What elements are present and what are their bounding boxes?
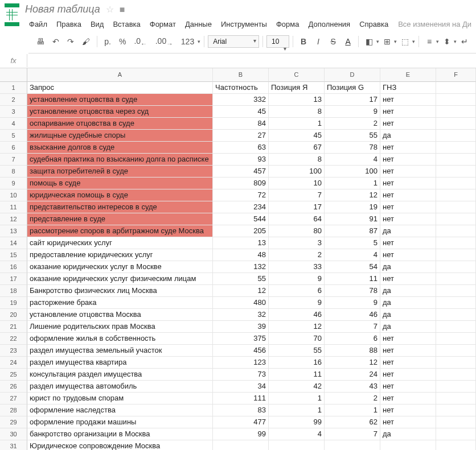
cell[interactable]: Частотность [213,82,269,94]
strikethrough-button[interactable]: S [326,35,340,48]
cell[interactable] [436,82,476,94]
chevron-down-icon[interactable]: ▾ [436,39,439,44]
cell[interactable]: 45 [213,106,269,118]
cell[interactable]: 544 [213,213,269,225]
cell[interactable]: раздел имущества земельный участок [27,345,213,357]
cell[interactable] [436,416,476,428]
bold-button[interactable]: B [297,35,310,48]
cell[interactable]: 19 [325,201,380,213]
cell[interactable]: 54 [325,261,380,273]
menu-view[interactable]: Вид [87,18,108,31]
menu-data[interactable]: Данные [181,18,216,31]
cell[interactable]: 7 [325,428,380,440]
cell[interactable] [436,130,476,142]
cell[interactable]: 123 [213,357,269,369]
cell[interactable]: жилищные судебные споры [27,130,213,142]
currency-button[interactable]: р. [101,35,114,48]
cell[interactable]: нет [380,201,436,213]
col-header-e[interactable]: E [380,68,436,82]
cell[interactable]: установление отцовства Москва [27,309,213,321]
cell[interactable] [436,177,476,189]
cell[interactable]: Запрос [27,82,213,94]
cell[interactable] [380,440,436,450]
row-header[interactable]: 21 [0,321,27,333]
cell[interactable]: нет [380,393,436,404]
cell[interactable] [436,393,476,404]
cell[interactable]: консультация раздел имущества [27,369,213,381]
cell[interactable]: да [380,225,436,237]
row-header[interactable]: 2 [0,94,27,106]
cell[interactable] [436,273,476,285]
row-header[interactable]: 1 [0,82,27,94]
cell[interactable] [436,249,476,261]
cell[interactable]: нет [380,369,436,381]
cell[interactable]: раздел имущества квартира [27,357,213,369]
cell[interactable]: 34 [213,381,269,393]
col-header-d[interactable]: D [325,68,380,82]
cell[interactable]: да [380,297,436,309]
cell[interactable] [436,357,476,369]
row-header[interactable]: 22 [0,333,27,345]
decrease-decimal-button[interactable]: .0← [130,34,150,49]
cell[interactable] [436,321,476,333]
cell[interactable]: нет [380,416,436,428]
cell[interactable]: 24 [325,369,380,381]
menu-tools[interactable]: Инструменты [217,18,271,31]
cell[interactable]: 11 [325,273,380,285]
cell[interactable]: нет [380,106,436,118]
cell[interactable]: 480 [213,297,269,309]
cell[interactable]: 64 [269,213,325,225]
cell[interactable]: банкротство организации в Москва [27,428,213,440]
cell[interactable]: 17 [269,201,325,213]
cell[interactable]: 10 [269,177,325,189]
cell[interactable]: 9 [325,106,380,118]
cell[interactable]: оформление наследства [27,404,213,416]
cell[interactable] [436,106,476,118]
cell[interactable]: расторжение брака [27,297,213,309]
row-header[interactable]: 13 [0,225,27,237]
cell[interactable]: 32 [213,309,269,321]
cell[interactable]: да [380,261,436,273]
cell[interactable]: оказание юридических услуг физическим ли… [27,273,213,285]
col-header-f[interactable]: F [436,68,476,82]
cell[interactable]: 88 [325,345,380,357]
row-header[interactable]: 25 [0,369,27,381]
cell[interactable] [436,237,476,249]
cell[interactable]: да [380,321,436,333]
cell[interactable]: судебная практика по взысканию долга по … [27,154,213,166]
row-header[interactable]: 15 [0,249,27,261]
col-header-b[interactable]: B [213,68,269,82]
cell[interactable]: юрист по трудовым спорам [27,393,213,404]
cell[interactable]: раздел имущества автомобиль [27,381,213,393]
cell[interactable]: нет [380,273,436,285]
cell[interactable]: нет [380,381,436,393]
cell[interactable]: оформление жилья в собственность [27,333,213,345]
cell[interactable]: 78 [325,285,380,297]
cell[interactable]: 12 [269,321,325,333]
cell[interactable]: оформление продажи машины [27,416,213,428]
cell[interactable] [436,213,476,225]
row-header[interactable]: 5 [0,130,27,142]
cell[interactable]: нет [380,333,436,345]
cell[interactable]: Позиция G [325,82,380,94]
cell[interactable]: 84 [213,118,269,130]
borders-icon[interactable]: ⊞ [380,35,394,48]
percent-button[interactable]: % [116,35,129,48]
cell[interactable]: 73 [213,369,269,381]
valign-icon[interactable]: ⬍ [440,35,454,48]
chevron-down-icon[interactable]: ▾ [376,39,379,44]
row-header[interactable]: 9 [0,177,27,189]
cell[interactable] [436,118,476,130]
cell[interactable]: да [380,428,436,440]
cell[interactable]: 42 [269,381,325,393]
cell[interactable] [436,225,476,237]
cell[interactable]: 456 [213,345,269,357]
cell[interactable]: 132 [213,261,269,273]
cell[interactable] [269,440,325,450]
chevron-down-icon[interactable]: ▾ [394,39,397,44]
row-header[interactable]: 12 [0,213,27,225]
cell[interactable]: нет [380,118,436,130]
cell[interactable]: 33 [269,261,325,273]
cell[interactable]: 332 [213,94,269,106]
menu-format[interactable]: Формат [146,18,180,31]
